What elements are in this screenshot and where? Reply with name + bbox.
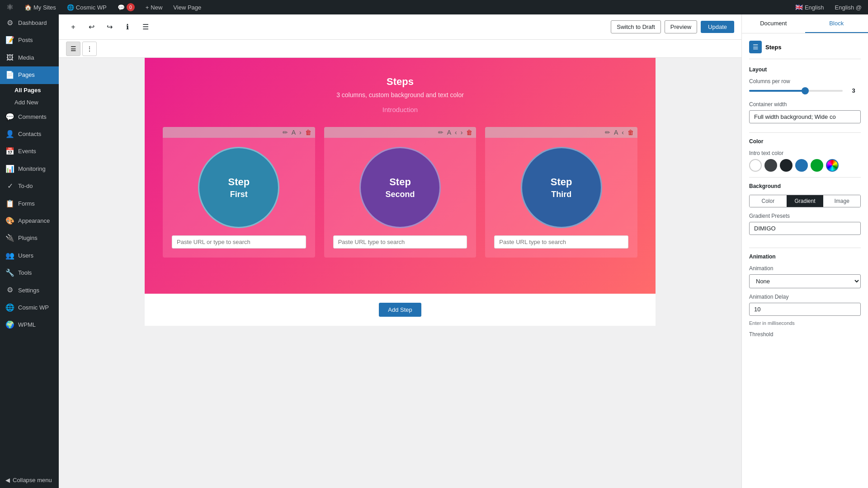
sidebar-item-cosmic-wp[interactable]: 🌐 Cosmic WP bbox=[0, 299, 59, 316]
step-card-3-toolbar: ✏ A ‹ 🗑 bbox=[485, 127, 637, 138]
sidebar-sub-item-all-pages[interactable]: All Pages bbox=[0, 84, 59, 96]
list-view-button[interactable]: ☰ bbox=[138, 20, 153, 34]
block-name-label: Steps bbox=[765, 44, 781, 51]
list-icon: ☰ bbox=[142, 23, 149, 31]
color-swatch-blue[interactable] bbox=[795, 159, 808, 172]
animation-delay-input[interactable] bbox=[749, 303, 861, 316]
step-card-1: ✏ A › 🗑 Step First bbox=[163, 127, 315, 258]
admin-bar-view-page[interactable]: View Page bbox=[170, 0, 204, 14]
info-icon: ℹ bbox=[126, 23, 129, 31]
step-card-2-body: Step Second bbox=[324, 138, 476, 258]
add-block-button[interactable]: + bbox=[66, 20, 80, 34]
delete-icon-3[interactable]: 🗑 bbox=[627, 129, 634, 136]
chevron-right-icon-1[interactable]: › bbox=[299, 129, 302, 136]
steps-subtitle: 3 columns, custom background and text co… bbox=[163, 91, 637, 99]
ellipsis-icon: ⋮ bbox=[86, 45, 93, 52]
color-swatch-spectrum[interactable] bbox=[826, 159, 839, 172]
delete-icon-2[interactable]: 🗑 bbox=[466, 129, 472, 136]
sidebar-item-posts[interactable]: 📝 Posts bbox=[0, 32, 59, 49]
plugins-icon: 🔌 bbox=[5, 233, 14, 243]
background-tab-image[interactable]: Image bbox=[823, 195, 860, 207]
block-icon: ☰ bbox=[749, 41, 762, 53]
sidebar-item-media[interactable]: 🖼 Media bbox=[0, 49, 59, 66]
chevron-left-icon-2[interactable]: ‹ bbox=[455, 129, 457, 136]
editor-canvas[interactable]: Steps 3 columns, custom background and t… bbox=[59, 58, 741, 488]
preview-button[interactable]: Preview bbox=[665, 20, 697, 33]
gradient-preset-input[interactable] bbox=[749, 222, 861, 235]
background-tab-color[interactable]: Color bbox=[750, 195, 787, 207]
step-2-url-input[interactable] bbox=[333, 235, 467, 249]
switch-to-draft-button[interactable]: Switch to Draft bbox=[611, 20, 661, 33]
step-card-3-body: Step Third bbox=[485, 138, 637, 258]
admin-bar-my-sites[interactable]: 🏠 My Sites bbox=[22, 0, 59, 14]
admin-bar-cosmic-wp[interactable]: 🌐 Cosmic WP bbox=[64, 0, 109, 14]
step-card-2: ✏ A ‹ › 🗑 Step Second bbox=[324, 127, 476, 258]
container-width-input[interactable] bbox=[749, 110, 861, 123]
sidebar-item-comments[interactable]: 💬 Comments bbox=[0, 108, 59, 126]
step-card-2-toolbar: ✏ A ‹ › 🗑 bbox=[324, 127, 476, 138]
more-options-button[interactable]: ⋮ bbox=[82, 42, 97, 56]
delete-icon-1[interactable]: 🗑 bbox=[305, 129, 311, 136]
font-icon-1[interactable]: A bbox=[292, 129, 296, 136]
sidebar-item-tools[interactable]: 🔧 Tools bbox=[0, 264, 59, 282]
admin-bar-new[interactable]: + New bbox=[143, 0, 165, 14]
update-button[interactable]: Update bbox=[701, 21, 734, 33]
redo-button[interactable]: ↪ bbox=[102, 20, 117, 34]
toolbar-right: Switch to Draft Preview Update bbox=[611, 20, 734, 33]
info-button[interactable]: ℹ bbox=[120, 20, 135, 34]
step-1-name: First bbox=[230, 190, 248, 199]
add-step-button[interactable]: Add Step bbox=[379, 303, 421, 317]
sidebar-item-monitoring[interactable]: 📊 Monitoring bbox=[0, 160, 59, 178]
columns-slider[interactable] bbox=[749, 90, 843, 92]
color-swatch-dark-gray[interactable] bbox=[764, 159, 777, 172]
admin-bar-comments[interactable]: 💬 0 bbox=[115, 0, 137, 14]
animation-select[interactable]: None bbox=[749, 274, 861, 288]
sidebar-item-users[interactable]: 👥 Users bbox=[0, 247, 59, 264]
color-swatch-white[interactable] bbox=[749, 159, 762, 172]
step-3-url-input[interactable] bbox=[494, 235, 628, 249]
undo-button[interactable]: ↩ bbox=[84, 20, 99, 34]
sidebar-item-appearance[interactable]: 🎨 Appearance bbox=[0, 212, 59, 230]
pencil-icon-2[interactable]: ✏ bbox=[438, 129, 443, 136]
color-swatch-green[interactable] bbox=[811, 159, 823, 172]
sidebar-item-plugins[interactable]: 🔌 Plugins bbox=[0, 230, 59, 247]
sidebar-sub-item-add-new[interactable]: Add New bbox=[0, 96, 59, 108]
step-1-url-input[interactable] bbox=[172, 235, 306, 249]
sidebar-collapse[interactable]: ◀ Collapse menu bbox=[0, 472, 59, 488]
pencil-icon-1[interactable]: ✏ bbox=[283, 129, 288, 136]
sidebar-item-events[interactable]: 📅 Events bbox=[0, 143, 59, 160]
font-icon-3[interactable]: A bbox=[614, 129, 618, 136]
admin-bar-user[interactable]: English @ bbox=[832, 0, 864, 14]
chevron-right-icon-2[interactable]: › bbox=[461, 129, 463, 136]
add-step-area: Add Step bbox=[145, 294, 656, 326]
intro-text-color-label: Intro text color bbox=[749, 150, 861, 156]
media-icon: 🖼 bbox=[5, 53, 14, 63]
sidebar-item-dashboard[interactable]: ⚙ Dashboard bbox=[0, 14, 59, 32]
canvas-inner: Steps 3 columns, custom background and t… bbox=[145, 58, 656, 326]
contacts-icon: 👤 bbox=[5, 129, 14, 139]
cosmic-wp-icon: 🌐 bbox=[67, 4, 74, 11]
sidebar-item-settings[interactable]: ⚙ Settings bbox=[0, 282, 59, 299]
sidebar-item-todo[interactable]: ✓ To-do bbox=[0, 178, 59, 195]
tab-document[interactable]: Document bbox=[742, 14, 805, 33]
sidebar-item-wpml[interactable]: 🌍 WPML bbox=[0, 316, 59, 333]
step-card-3: ✏ A ‹ 🗑 Step Third bbox=[485, 127, 637, 258]
sidebar-item-contacts[interactable]: 👤 Contacts bbox=[0, 126, 59, 143]
list-view-toolbar-button[interactable]: ☰ bbox=[66, 42, 80, 56]
step-2-name: Second bbox=[385, 190, 415, 199]
admin-bar-language[interactable]: 🇬🇧 English bbox=[793, 0, 827, 14]
sidebar-item-forms[interactable]: 📋 Forms bbox=[0, 195, 59, 212]
color-swatch-black[interactable] bbox=[780, 159, 793, 172]
collapse-icon: ◀ bbox=[5, 477, 10, 483]
monitoring-icon: 📊 bbox=[5, 164, 14, 174]
threshold-label: Threshold bbox=[749, 331, 861, 338]
admin-bar-wp-logo[interactable]: ⚛ bbox=[4, 0, 16, 14]
gradient-presets-label: Gradient Presets bbox=[749, 213, 861, 219]
sidebar-item-pages[interactable]: 📄 Pages bbox=[0, 66, 59, 84]
content-area: + ↩ ↪ ℹ ☰ Switch to Draft Preview Update bbox=[59, 14, 741, 488]
chevron-left-icon-3[interactable]: ‹ bbox=[622, 129, 624, 136]
tab-block[interactable]: Block bbox=[805, 14, 868, 33]
pencil-icon-3[interactable]: ✏ bbox=[605, 129, 610, 136]
font-icon-2[interactable]: A bbox=[447, 129, 451, 136]
background-tab-gradient[interactable]: Gradient bbox=[787, 195, 824, 207]
